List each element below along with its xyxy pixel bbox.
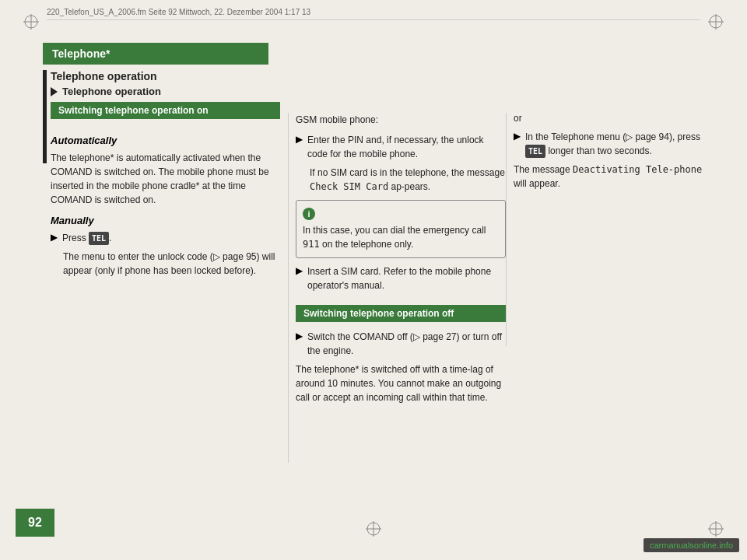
bullet-arrow-1: ▶ xyxy=(51,232,58,243)
deactivating-code: Deactivating Tele-phone xyxy=(573,164,702,175)
header-title: Telephone* xyxy=(52,47,110,60)
enter-pin-text: Enter the PIN and, if necessary, the unl… xyxy=(307,133,506,161)
reg-mark-bc xyxy=(366,521,381,537)
info-text: In this case, you can dial the emergency… xyxy=(303,225,486,250)
reg-mark-tl xyxy=(23,14,39,30)
file-metadata: 220_Telefon_US_A_2006.fm Seite 92 Mittwo… xyxy=(47,8,310,16)
sub-section-title: Telephone operation xyxy=(51,86,280,97)
auto-heading: Automatically xyxy=(51,135,280,146)
bullet-arrow-2: ▶ xyxy=(296,134,303,145)
reg-mark-br xyxy=(708,521,724,537)
enter-pin-item: ▶ Enter the PIN and, if necessary, the u… xyxy=(296,133,506,161)
watermark-text2: .info xyxy=(717,541,733,550)
watermark-text1: carmanualsonline xyxy=(650,541,717,550)
off-text: The telephone* is switched off with a ti… xyxy=(296,362,506,404)
switch-comand-item: ▶ Switch the COMAND off (▷ page 27) or t… xyxy=(296,330,506,358)
reg-mark-tr xyxy=(708,14,724,30)
insert-sim-item: ▶ Insert a SIM card. Refer to the mobile… xyxy=(296,264,506,292)
info-icon: i xyxy=(303,208,315,220)
subsection-indicator xyxy=(43,70,47,163)
gsm-heading: GSM mobile phone: xyxy=(296,113,506,127)
info-box: i In this case, you can dial the emergen… xyxy=(296,200,506,258)
green-bar-on: Switching telephone operation on xyxy=(51,102,280,119)
auto-text: The telephone* is automatically activate… xyxy=(51,151,280,207)
tel-menu-text: In the Telephone menu (▷ page 94), press… xyxy=(525,130,708,158)
tel-key-2: TEL xyxy=(525,145,545,158)
menu-text: The menu to enter the unlock code (▷ pag… xyxy=(63,250,280,278)
press-tel-item: ▶ Press TEL. xyxy=(51,231,280,245)
green-bar-off: Switching telephone operation off xyxy=(296,305,506,322)
or-text: or xyxy=(514,113,708,124)
page-container: 220_Telefon_US_A_2006.fm Seite 92 Mittwo… xyxy=(0,0,747,560)
deactivating-message: The message Deactivating Tele-phone will… xyxy=(514,163,708,191)
top-bar: 220_Telefon_US_A_2006.fm Seite 92 Mittwo… xyxy=(47,8,700,20)
middle-column: GSM mobile phone: ▶ Enter the PIN and, i… xyxy=(296,113,506,411)
tel-menu-item: ▶ In the Telephone menu (▷ page 94), pre… xyxy=(514,130,708,158)
manual-heading: Manually xyxy=(51,215,280,226)
if-no-sim-text: If no SIM card is in the telephone, the … xyxy=(310,166,506,194)
divider-vertical-2 xyxy=(506,113,507,346)
bullet-arrow-3: ▶ xyxy=(296,265,303,276)
tel-key-1: TEL xyxy=(89,232,109,245)
section-header: Telephone* xyxy=(43,43,268,65)
triangle-icon xyxy=(51,87,58,96)
watermark: carmanualsonline.info xyxy=(644,538,739,552)
press-tel-text: Press TEL. xyxy=(62,231,111,245)
main-section-title: Telephone operation xyxy=(51,70,280,82)
insert-sim-text: Insert a SIM card. Refer to the mobile p… xyxy=(307,264,506,292)
bullet-arrow-5: ▶ xyxy=(514,131,521,142)
right-column: or ▶ In the Telephone menu (▷ page 94), … xyxy=(514,113,708,197)
page-number: 92 xyxy=(16,509,54,537)
divider-vertical-1 xyxy=(288,113,289,463)
left-column: Telephone operation Telephone operation … xyxy=(51,70,280,284)
switch-comand-text: Switch the COMAND off (▷ page 27) or tur… xyxy=(307,330,506,358)
bullet-arrow-4: ▶ xyxy=(296,331,303,341)
